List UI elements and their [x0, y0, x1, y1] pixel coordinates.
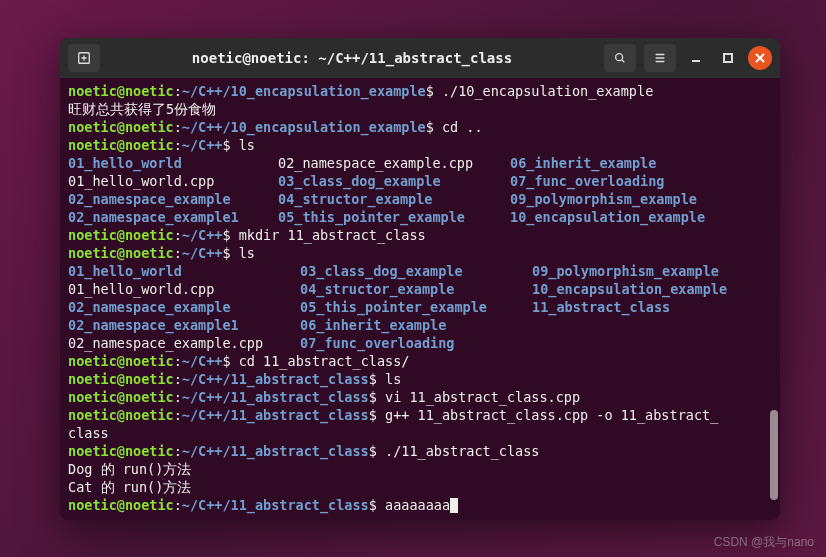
output-line: Cat 的 run()方法: [68, 478, 772, 496]
scrollbar[interactable]: [768, 78, 778, 520]
new-tab-button[interactable]: [68, 44, 100, 72]
output-line: 旺财总共获得了5份食物: [68, 100, 772, 118]
current-input[interactable]: aaaaaaaa: [385, 497, 450, 513]
svg-rect-9: [724, 54, 732, 62]
svg-point-3: [616, 54, 623, 61]
svg-line-4: [622, 60, 625, 63]
ls-output-1: 01_hello_world02_namespace_example.cpp06…: [68, 154, 772, 226]
search-button[interactable]: [604, 44, 636, 72]
prompt-user: noetic@noetic: [68, 83, 174, 99]
terminal-content[interactable]: noetic@noetic:~/C++/10_encapsulation_exa…: [60, 78, 780, 520]
watermark: CSDN @我与nano: [714, 534, 814, 551]
ls-output-2: 01_hello_world03_class_dog_example09_pol…: [68, 262, 772, 352]
output-line: Dog 的 run()方法: [68, 460, 772, 478]
window-title: noetic@noetic: ~/C++/11_abstract_class: [108, 50, 596, 66]
titlebar: noetic@noetic: ~/C++/11_abstract_class: [60, 38, 780, 78]
scrollbar-thumb[interactable]: [770, 410, 778, 500]
close-button[interactable]: [748, 46, 772, 70]
cursor: [450, 498, 458, 513]
terminal-window: noetic@noetic: ~/C++/11_abstract_class n…: [60, 38, 780, 520]
menu-button[interactable]: [644, 44, 676, 72]
minimize-button[interactable]: [684, 46, 708, 70]
maximize-button[interactable]: [716, 46, 740, 70]
